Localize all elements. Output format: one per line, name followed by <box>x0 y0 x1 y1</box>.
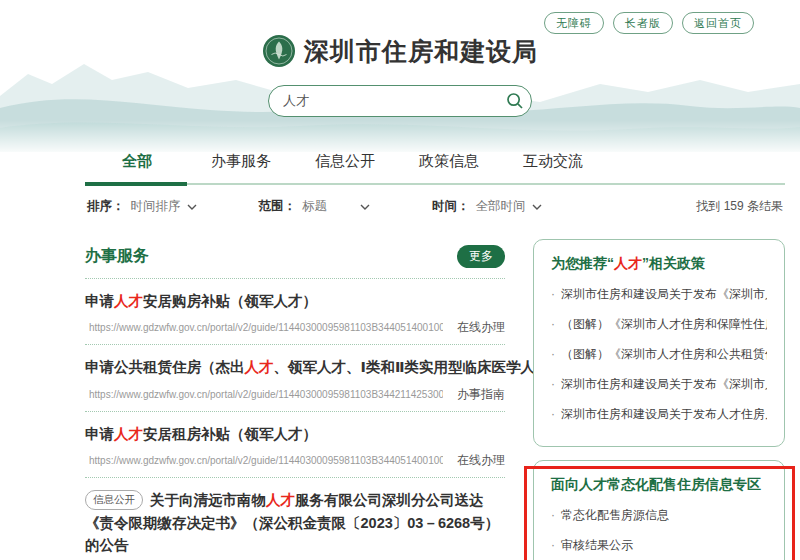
result-title-link[interactable]: 申请人才安居租房补贴（领军人才） <box>85 423 505 445</box>
scope-label: 范围： <box>259 198 297 215</box>
talent-housing-special-zone-box: 面向人才常态化配售住房信息专区 常态化配售房源信息 审核结果公示 选房通告 选房… <box>533 460 785 560</box>
result-count: 找到 159 条结果 <box>696 198 783 215</box>
info-disclosure-tag: 信息公开 <box>85 490 143 510</box>
service-guide-link[interactable]: 办事指南 <box>457 386 505 403</box>
result-url-link[interactable]: https://www.gdzwfw.gov.cn/portal/v2/guid… <box>85 389 443 400</box>
time-label: 时间： <box>432 198 470 215</box>
search-bar <box>268 85 532 117</box>
search-icon <box>505 91 525 111</box>
services-section-title: 办事服务 <box>85 246 149 267</box>
sort-label: 排序： <box>87 198 125 215</box>
online-handle-link[interactable]: 在线办理 <box>457 452 505 469</box>
results-column: 办事服务 更多 申请人才安居购房补贴（领军人才） https://www.gdz… <box>85 239 505 560</box>
active-tab-underline <box>85 182 187 186</box>
result-title-link[interactable]: 信息公开关于向清远市南物人才服务有限公司深圳分公司送达《责令限期缴存决定书》（深… <box>85 489 505 556</box>
more-button[interactable]: 更多 <box>457 245 505 268</box>
site-title: 深圳市住房和建设局 <box>304 35 538 68</box>
recommend-policies-box: 为您推荐“人才”相关政策 深圳市住房和建设局关于发布《深圳市人才住房和保... … <box>533 239 785 447</box>
result-url-link[interactable]: https://www.gdzwfw.gov.cn/portal/v2/guid… <box>85 455 443 466</box>
search-input[interactable] <box>268 85 532 117</box>
sort-value: 时间排序 <box>131 198 181 215</box>
result-item: 申请人才安居租房补贴（领军人才） https://www.gdzwfw.gov.… <box>85 412 505 477</box>
accessibility-button[interactable]: 无障碍 <box>544 12 604 34</box>
review-result-link[interactable]: 审核结果公示 <box>551 537 767 554</box>
tab-policy-info[interactable]: 政策信息 <box>397 146 501 183</box>
recommend-policies-title: 为您推荐“人才”相关政策 <box>551 255 767 273</box>
recommend-policy-link[interactable]: （图解）《深圳市人才住房和公共租赁住房筹集管理... <box>551 346 767 363</box>
filter-bar: 排序： 时间排序 范围： 标题 时间： 全部时间 找到 159 条结果 <box>85 185 785 225</box>
tab-all[interactable]: 全部 <box>85 146 189 183</box>
scope-dropdown[interactable]: 范围： 标题 <box>259 198 371 215</box>
housing-source-info-link[interactable]: 常态化配售房源信息 <box>551 507 767 524</box>
tab-information-disclosure[interactable]: 信息公开 <box>293 146 397 183</box>
site-brand[interactable]: 深圳市住房和建设局 <box>0 34 800 68</box>
result-title-link[interactable]: 申请公共租赁住房（杰出人才、领军人才、Ⅰ类和Ⅱ类实用型临床医学人才） <box>85 356 505 378</box>
tab-interaction[interactable]: 互动交流 <box>501 146 605 183</box>
result-item: 申请公共租赁住房（杰出人才、领军人才、Ⅰ类和Ⅱ类实用型临床医学人才） https… <box>85 345 505 410</box>
search-button[interactable] <box>502 88 528 114</box>
sidebar: 为您推荐“人才”相关政策 深圳市住房和建设局关于发布《深圳市人才住房和保... … <box>533 239 785 560</box>
result-tabs: 全部 办事服务 信息公开 政策信息 互动交流 <box>85 146 785 185</box>
result-item: 信息公开关于向清远市南物人才服务有限公司深圳分公司送达《责令限期缴存决定书》（深… <box>85 478 505 560</box>
search-results-page: 无障碍 长者版 返回首页 深圳市住房和建设局 <box>0 0 800 560</box>
chevron-down-icon <box>532 204 542 210</box>
tab-services[interactable]: 办事服务 <box>189 146 293 183</box>
talent-housing-special-zone-title: 面向人才常态化配售住房信息专区 <box>551 476 767 494</box>
chevron-down-icon <box>360 204 370 210</box>
recommend-policy-link[interactable]: 深圳市住房和建设局关于发布《深圳市人才住房和公... <box>551 376 767 393</box>
recommend-policy-link[interactable]: 深圳市住房和建设局关于发布《深圳市人才住房和保... <box>551 286 767 303</box>
recommend-policy-link[interactable]: （图解）《深圳市人才住房和保障性住房配建管理办... <box>551 316 767 333</box>
result-item: 申请人才安居购房补贴（领军人才） https://www.gdzwfw.gov.… <box>85 279 505 344</box>
quick-links-bar: 无障碍 长者版 返回首页 <box>544 12 754 34</box>
talent-housing-links: 常态化配售房源信息 审核结果公示 选房通告 选房结果公示 <box>551 507 767 560</box>
sort-dropdown[interactable]: 排序： 时间排序 <box>87 198 197 215</box>
time-value: 全部时间 <box>476 198 526 215</box>
scope-value: 标题 <box>302 198 354 215</box>
bureau-seal-icon <box>262 34 296 68</box>
recommend-policy-link[interactable]: 深圳市住房和建设局关于发布人才住房户型面积和户... <box>551 406 767 423</box>
recommend-policies-list: 深圳市住房和建设局关于发布《深圳市人才住房和保... （图解）《深圳市人才住房和… <box>551 286 767 423</box>
result-title-link[interactable]: 申请人才安居购房补贴（领军人才） <box>85 290 505 312</box>
online-handle-link[interactable]: 在线办理 <box>457 319 505 336</box>
elder-version-button[interactable]: 长者版 <box>613 12 673 34</box>
chevron-down-icon <box>187 204 197 210</box>
result-url-link[interactable]: https://www.gdzwfw.gov.cn/portal/v2/guid… <box>85 322 443 333</box>
back-to-home-button[interactable]: 返回首页 <box>682 12 754 34</box>
services-section-header: 办事服务 更多 <box>85 239 505 278</box>
time-dropdown[interactable]: 时间： 全部时间 <box>432 198 542 215</box>
